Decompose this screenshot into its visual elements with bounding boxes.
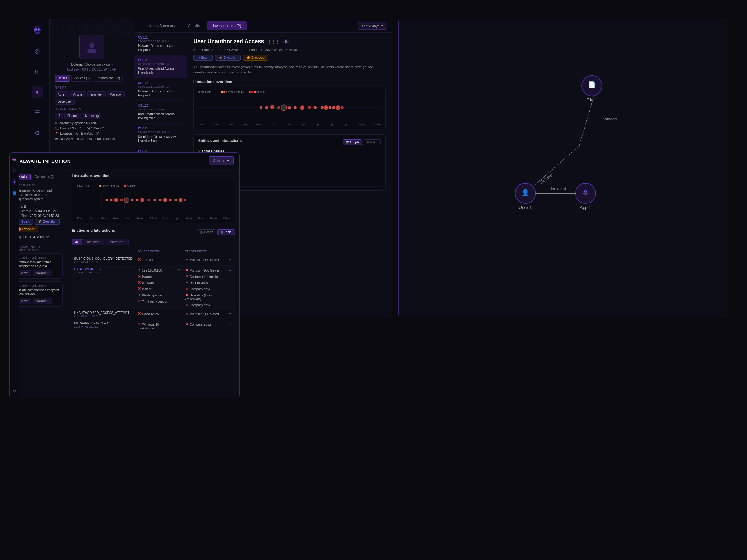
- mal-sidebar-icon-5[interactable]: ⚙: [13, 389, 16, 393]
- mal-assignee: Assignee: David Anton ⚙: [14, 235, 62, 239]
- filter-tab-all[interactable]: All: [72, 239, 82, 245]
- end-time: End Time: 2022-04-03 05:15:36: [249, 48, 297, 52]
- profile-tab-details[interactable]: Details: [55, 75, 70, 81]
- rem-actions-2: View Actions ▾: [18, 298, 59, 304]
- svg-text:Installed: Installed: [550, 186, 566, 191]
- mal-end-time: End Time: 2022-04-03 11:18:57: [14, 209, 62, 213]
- tab-activity[interactable]: Activity: [182, 21, 205, 30]
- profile-phone: 📞 Contact No.: +1 (555) 123-4567: [55, 127, 129, 130]
- mal-entities-header: Entities and Interactions 🕸 Graph ⊞ Tabl…: [72, 229, 235, 236]
- expand-btn-3[interactable]: ▾: [228, 311, 232, 316]
- expand-btn-2[interactable]: ▴: [228, 268, 232, 272]
- case-item-4[interactable]: CS-123 03-18-2023 10:20:40 AM User Unaut…: [134, 101, 187, 124]
- mal-sidebar-icon-2[interactable]: ◎: [13, 168, 16, 172]
- row3-expand[interactable]: ▾: [225, 309, 235, 320]
- mal-score: Score: B: [14, 205, 62, 208]
- graph-view-btn[interactable]: 🕸 Graph: [343, 139, 362, 145]
- sidebar-icon-menu[interactable]: ☰: [32, 107, 43, 118]
- rem-actions-1: View Actions ▾: [18, 270, 59, 276]
- tabs-bar: Insights/ Summary Activity Investigation…: [134, 19, 392, 33]
- row1-expand[interactable]: ▾: [225, 255, 235, 266]
- case-date: 03-18-2023 10:20:40 AM: [138, 131, 183, 134]
- table-row-2: DATA_BREACHES 2023-04-10 05:22:30 ✕ 192.…: [72, 266, 235, 309]
- svg-point-72: [114, 198, 118, 202]
- sidebar-icon-search[interactable]: ◎: [32, 46, 43, 57]
- filter-tab-inference2[interactable]: Inference 2: [106, 239, 129, 245]
- svg-text:📄: 📄: [588, 81, 596, 89]
- case-id: CS-123: [138, 81, 183, 85]
- case-id: CS-123: [138, 104, 183, 107]
- tab-investigations[interactable]: Investigations (2): [207, 21, 247, 30]
- case-item-2[interactable]: CS-123 03-18-2023 10:20:40 AM User Unaut…: [134, 55, 187, 78]
- case-item-1[interactable]: CS-123 03-18-2023 10:20:40 AM Malware De…: [134, 33, 187, 55]
- row4-source: ✕ Windows 10 Workstation: [135, 320, 175, 332]
- graph-visualization: Deleted Installed 👤 User 1 ⚙ App 1 📄 Fil…: [405, 25, 722, 311]
- case-item-3[interactable]: CS-123 03-10-2023 10:20:40 AM Malware De…: [134, 78, 187, 101]
- sidebar-icon-diamond[interactable]: ♦: [32, 86, 43, 98]
- timeline-section-title: Interactions over time: [193, 80, 386, 84]
- mal-sidebar-icon-3[interactable]: ♦: [12, 179, 16, 185]
- row1-arrow: →: [175, 255, 183, 266]
- expand-btn-4[interactable]: ▾: [228, 322, 232, 327]
- filter-tab-inference1[interactable]: Inference 1: [83, 239, 105, 245]
- badge-spam: 🛡 Spam: [193, 55, 212, 61]
- mal-tab-comments[interactable]: Comments (7): [31, 174, 58, 180]
- malware-right: Interactions over time No Risk ─ ─ Some …: [67, 169, 239, 398]
- svg-point-77: [141, 198, 145, 202]
- svg-point-84: [179, 198, 183, 202]
- svg-point-40: [341, 106, 344, 109]
- rem-actions-btn-1[interactable]: Actions ▾: [33, 270, 52, 276]
- svg-text:⚙: ⚙: [583, 189, 588, 196]
- sidebar-icon-grid[interactable]: ⊞: [32, 66, 43, 77]
- tab-insights[interactable]: Insights/ Summary: [139, 21, 181, 30]
- profile-location: 📍 Location Info: New York, NY: [55, 132, 129, 135]
- case-date: 03-18-2023 10:20:40 AM: [138, 40, 183, 43]
- row4-expand[interactable]: ▾: [225, 320, 235, 332]
- departments-tags: IT Finance Marketing: [55, 113, 129, 119]
- phone-icon: 📞: [55, 127, 58, 130]
- svg-point-1: [35, 28, 37, 31]
- mal-timeline-labels: 12am2am4am6am8am10am12pm2pm4pm6pm8pm10pm…: [77, 217, 230, 220]
- mal-sidebar-icon-1[interactable]: 👾: [12, 157, 17, 162]
- role-developer: Developer: [55, 99, 75, 105]
- rem-view-btn-1[interactable]: View: [18, 270, 31, 276]
- sidebar-icon-alien[interactable]: [32, 25, 43, 36]
- profile-email: lcoleman@cybersainik.com: [55, 62, 129, 66]
- chevron-down-icon: ▾: [227, 159, 229, 163]
- row2-expand[interactable]: ▴: [225, 266, 235, 309]
- case-item-5[interactable]: CS-123 03-18-2023 10:20:40 AM Suspicious…: [134, 124, 187, 146]
- row2-name: DATA_BREACHES 2023-04-10 05:22:30: [72, 266, 135, 309]
- graph-svg: Deleted Installed 👤 User 1 ⚙ App 1 📄 Fil…: [405, 25, 722, 311]
- mal-sidebar-icon-4[interactable]: 👤: [12, 191, 17, 195]
- mal-description-label: DESCRIPTION: [14, 184, 62, 187]
- svg-point-31: [294, 106, 297, 109]
- mal-timeline-container: No Risk ─ ─ Some Risk ●● At Risk: [72, 181, 235, 223]
- svg-point-30: [288, 106, 291, 109]
- table-icon: ⊞: [366, 141, 369, 144]
- table-view-btn[interactable]: ⊞ Table: [363, 139, 381, 145]
- dept-finance: Finance: [65, 113, 81, 119]
- investigation-title: User Unauthorized Access ⋮⋮⋮ B: [193, 38, 386, 45]
- no-risk-legend-mal: No Risk ─ ─: [77, 185, 95, 188]
- investigation-badge: B: [282, 39, 290, 45]
- rem-actions-btn-2[interactable]: Actions ▾: [33, 298, 52, 304]
- svg-point-74: [125, 197, 129, 203]
- mal-graph-view-btn[interactable]: 🕸 Graph: [197, 229, 216, 235]
- mal-table-view-btn[interactable]: ⊞ Table: [217, 229, 235, 235]
- actions-button[interactable]: Actions ▾: [209, 157, 234, 165]
- remediation-card-2: Related Investigation 3 Isolate compromi…: [14, 281, 62, 307]
- time-filter[interactable]: Last 3 days ▾: [358, 22, 387, 30]
- row4-target: ✕ Computer system: [183, 320, 225, 332]
- row2-source: ✕ 192.168.0.100 ✕ Hacker ✕ Malware ✕ Ins…: [135, 266, 175, 309]
- expand-btn-1[interactable]: ▾: [228, 257, 232, 262]
- rem-view-btn-2[interactable]: View: [18, 298, 31, 304]
- profile-tab-devices[interactable]: Devices (5): [71, 75, 93, 81]
- profile-tab-permissions[interactable]: Permissions (12): [94, 75, 123, 81]
- row2-arrow: →: [175, 266, 183, 309]
- svg-point-78: [148, 199, 150, 201]
- case-title: User Unauthorized Access Investigation: [138, 66, 183, 75]
- sidebar-icon-gear[interactable]: ⚙: [32, 128, 43, 139]
- role-manager: Manager: [107, 91, 125, 97]
- remediations-label: Recommended Remediations: [14, 245, 62, 252]
- rem-label-2: Related Investigation 3: [18, 284, 59, 287]
